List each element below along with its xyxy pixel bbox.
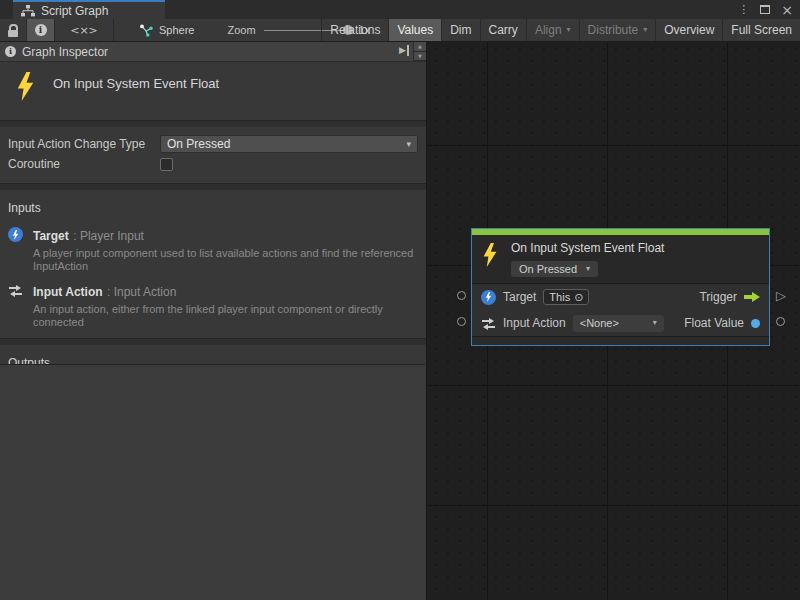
port-label-float-value: Float Value bbox=[684, 316, 744, 330]
node-footer bbox=[472, 336, 769, 345]
input-port-input-action[interactable] bbox=[457, 317, 466, 326]
toolbar-button-carry[interactable]: Carry bbox=[480, 19, 526, 41]
panel-collapse-button[interactable]: ▶ bbox=[399, 45, 409, 56]
node-settings-block: Input Action Change Type On Pressed ▾ Co… bbox=[0, 127, 426, 183]
output-port-float-value[interactable] bbox=[776, 317, 785, 326]
chevron-down-icon: ▾ bbox=[406, 140, 411, 149]
object-picker-icon[interactable]: ⊙ bbox=[574, 292, 583, 303]
node-row-action-float: Input Action <None> ▾ Float Value bbox=[472, 310, 769, 336]
flow-arrow-icon bbox=[744, 292, 760, 302]
change-type-label: Input Action Change Type bbox=[8, 137, 160, 151]
close-icon[interactable]: × bbox=[781, 3, 793, 17]
tab-script-graph[interactable]: Script Graph bbox=[13, 0, 165, 19]
panel-scroll-buttons: ▲ ▼ bbox=[413, 42, 426, 61]
chevron-down-icon: ▾ bbox=[653, 319, 657, 327]
info-icon: i bbox=[5, 46, 16, 57]
collapse-arrow-icon: ▶ bbox=[399, 46, 406, 55]
toolbar-button-relations[interactable]: Relations bbox=[321, 19, 388, 41]
input-port-target[interactable] bbox=[457, 291, 466, 300]
float-value-dot-icon bbox=[751, 319, 760, 328]
node-title: On Input System Event Float bbox=[511, 241, 664, 255]
node-row-target-trigger: Target This ⊙ Trigger bbox=[472, 284, 769, 310]
input-item-target: Target : Player Input A player input com… bbox=[8, 226, 418, 273]
port-label-trigger: Trigger bbox=[699, 290, 737, 304]
toolbar-button-overview[interactable]: Overview bbox=[655, 19, 722, 41]
section-divider bbox=[0, 120, 426, 127]
graph-canvas[interactable]: On Input System Event Float On Pressed ▾… bbox=[427, 42, 800, 600]
input-item-input-action: Input Action : Input Action An input act… bbox=[8, 282, 418, 329]
chevron-down-icon: ▾ bbox=[567, 26, 571, 34]
graph-name-label: Sphere bbox=[159, 24, 194, 36]
graph-inspector-header: i Graph Inspector ▶ ▲ ▼ bbox=[0, 42, 426, 62]
change-type-dropdown[interactable]: On Pressed ▾ bbox=[160, 135, 418, 153]
graph-asset-breadcrumb[interactable]: Sphere bbox=[139, 19, 194, 41]
inspector-title: Graph Inspector bbox=[22, 45, 108, 59]
window-menu-icon[interactable]: ⋮ bbox=[738, 4, 749, 15]
lightning-bolt-icon bbox=[15, 72, 36, 101]
target-object-field[interactable]: This ⊙ bbox=[543, 289, 589, 305]
titlebar: Script Graph ⋮ × bbox=[0, 0, 800, 19]
lightning-bolt-icon bbox=[482, 243, 498, 267]
inspector-empty-area bbox=[0, 364, 425, 600]
input-action-icon bbox=[8, 284, 23, 297]
coroutine-checkbox[interactable] bbox=[160, 158, 173, 171]
toolbar-button-values[interactable]: Values bbox=[388, 19, 441, 41]
player-input-icon bbox=[481, 290, 496, 305]
lock-button[interactable] bbox=[0, 19, 27, 41]
graph-asset-icon bbox=[139, 24, 153, 37]
node-mode-dropdown[interactable]: On Pressed ▾ bbox=[511, 261, 598, 277]
script-graph-tab-icon bbox=[21, 5, 35, 17]
graph-inspector-panel: i Graph Inspector ▶ ▲ ▼ On Input System … bbox=[0, 42, 427, 600]
toolbar-button-distribute: Distribute ▾ bbox=[579, 19, 656, 41]
toolbar-button-dim[interactable]: Dim bbox=[441, 19, 479, 41]
input-action-dropdown[interactable]: <None> ▾ bbox=[573, 315, 664, 332]
coroutine-label: Coroutine bbox=[8, 157, 160, 171]
input-action-icon bbox=[481, 317, 496, 330]
player-input-icon bbox=[8, 227, 23, 242]
inspected-node-title-block: On Input System Event Float bbox=[0, 62, 426, 120]
toolbar-button-fullscreen[interactable]: Full Screen bbox=[722, 19, 800, 41]
info-icon: i bbox=[35, 24, 47, 36]
lock-icon bbox=[8, 24, 18, 37]
zoom-label: Zoom bbox=[227, 19, 255, 41]
scroll-down-button[interactable]: ▼ bbox=[413, 52, 426, 62]
maximize-icon[interactable] bbox=[760, 5, 770, 14]
section-divider bbox=[0, 338, 426, 345]
section-divider bbox=[0, 183, 426, 190]
node-body: Target This ⊙ Trigger bbox=[472, 283, 769, 336]
output-port-trigger[interactable]: ▷ bbox=[776, 289, 786, 302]
node-header[interactable]: On Input System Event Float On Pressed ▾ bbox=[472, 235, 769, 283]
inputs-header: Inputs bbox=[8, 201, 418, 215]
tab-label: Script Graph bbox=[41, 4, 108, 18]
inspector-toggle-button[interactable]: i bbox=[27, 19, 55, 41]
code-view-button[interactable]: <×> bbox=[55, 19, 114, 41]
code-icon: <×> bbox=[70, 24, 98, 37]
scroll-up-button[interactable]: ▲ bbox=[413, 42, 426, 52]
input-description: An input action, either from the linked … bbox=[33, 303, 418, 329]
inputs-section: Inputs Target : Player Input A player in… bbox=[0, 190, 426, 329]
port-label-target: Target bbox=[503, 290, 536, 304]
script-graph-window: Script Graph ⋮ × i <×> bbox=[0, 0, 800, 600]
inspected-node-title: On Input System Event Float bbox=[53, 76, 219, 91]
graph-toolbar: i <×> Sphere Zoom 1x Relations Values bbox=[0, 19, 800, 42]
input-description: A player input component used to list av… bbox=[33, 247, 418, 273]
chevron-down-icon: ▾ bbox=[643, 26, 647, 34]
event-node[interactable]: On Input System Event Float On Pressed ▾… bbox=[471, 228, 770, 346]
chevron-down-icon: ▾ bbox=[586, 265, 590, 273]
toolbar-button-align: Align ▾ bbox=[526, 19, 579, 41]
port-label-input-action: Input Action bbox=[503, 316, 566, 330]
